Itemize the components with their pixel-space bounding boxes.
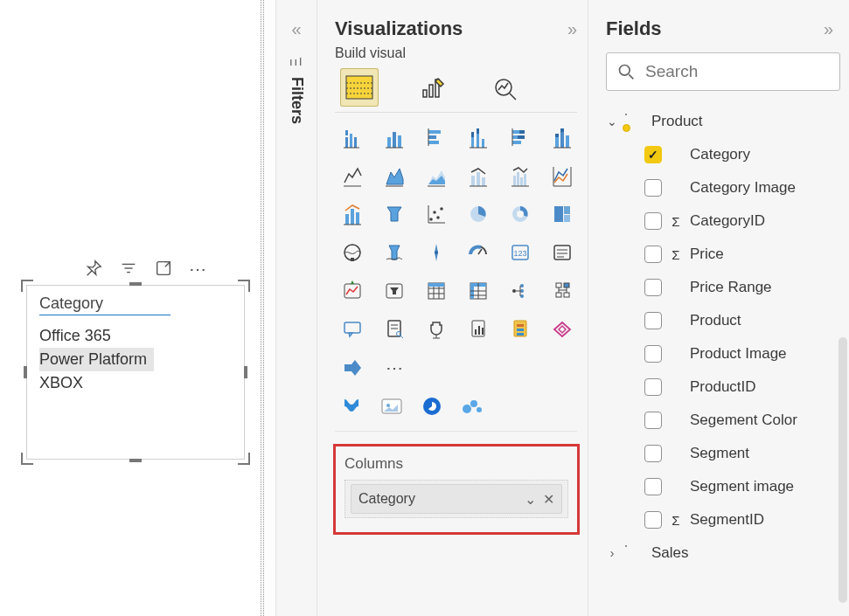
fields-column-row[interactable]: Category Image	[606, 171, 849, 204]
viz-type-icon[interactable]	[377, 160, 412, 191]
viz-type-icon[interactable]	[461, 160, 496, 191]
field-checkbox[interactable]	[644, 412, 662, 429]
focus-mode-icon[interactable]	[154, 259, 173, 281]
field-dropdown-icon[interactable]: ⌄	[525, 491, 536, 508]
pin-icon[interactable]	[84, 259, 103, 281]
custom-visual-1-icon[interactable]	[338, 394, 365, 419]
viz-type-icon[interactable]	[503, 314, 538, 345]
viz-type-icon[interactable]	[419, 121, 454, 153]
field-checkbox[interactable]	[644, 279, 662, 296]
viz-type-icon[interactable]	[377, 198, 412, 230]
viz-more-icon[interactable]: ⋯	[377, 352, 412, 384]
viz-type-icon[interactable]	[461, 275, 496, 307]
tab-build-visual[interactable]	[340, 68, 379, 107]
fields-column-row[interactable]: Product	[606, 304, 849, 337]
caret-icon[interactable]: ›	[606, 546, 618, 560]
fields-column-row[interactable]: ΣSegmentID	[606, 503, 849, 536]
viz-type-icon[interactable]	[377, 237, 412, 268]
fields-column-row[interactable]: Segement Color	[606, 404, 849, 437]
fields-column-row[interactable]: ΣCategoryID	[606, 204, 849, 238]
fields-column-row[interactable]: Product Image	[606, 337, 849, 370]
custom-visual-3-icon[interactable]	[419, 394, 445, 419]
field-checkbox[interactable]	[644, 511, 662, 529]
field-checkbox[interactable]	[644, 246, 662, 263]
field-checkbox[interactable]	[644, 146, 662, 163]
collapse-fields-icon[interactable]: »	[824, 19, 833, 39]
fields-table-row[interactable]: ›Sales	[606, 536, 849, 570]
viz-type-icon[interactable]	[545, 275, 580, 307]
custom-visual-2-icon[interactable]	[379, 394, 405, 419]
viz-type-icon[interactable]	[419, 314, 454, 345]
field-checkbox[interactable]	[644, 179, 662, 197]
viz-type-icon[interactable]	[377, 275, 412, 307]
filter-icon[interactable]	[119, 259, 138, 281]
fields-column-row[interactable]: ΣPrice	[606, 238, 849, 271]
viz-type-icon[interactable]	[335, 237, 370, 268]
viz-type-icon[interactable]	[419, 237, 454, 268]
viz-type-icon[interactable]	[419, 198, 454, 230]
fields-table-row[interactable]: ⌄Product	[606, 105, 849, 138]
expand-filters-icon[interactable]: «	[276, 19, 317, 39]
field-checkbox[interactable]	[644, 212, 662, 230]
svg-rect-35	[518, 135, 525, 139]
fields-column-row[interactable]: Segment image	[606, 470, 849, 503]
viz-type-icon[interactable]	[461, 237, 496, 268]
field-checkbox[interactable]	[644, 345, 662, 363]
collapse-viz-icon[interactable]: »	[567, 19, 577, 39]
slicer-item[interactable]: Office 365	[39, 324, 232, 348]
fields-search-box[interactable]	[606, 52, 840, 91]
viz-type-icon[interactable]	[335, 198, 370, 230]
viz-type-icon[interactable]	[461, 198, 496, 230]
slicer-item[interactable]: Power Platform	[39, 348, 154, 371]
viz-type-icon[interactable]	[419, 160, 454, 191]
viz-type-icon[interactable]	[503, 198, 538, 230]
field-checkbox[interactable]	[644, 378, 662, 396]
columns-field-pill[interactable]: Category ⌄ ✕	[351, 484, 562, 514]
viz-type-icon[interactable]	[335, 160, 370, 191]
viz-type-icon[interactable]	[503, 275, 538, 307]
viz-type-icon[interactable]: 123	[503, 237, 538, 268]
viz-type-icon[interactable]	[503, 160, 538, 191]
svg-text:123: 123	[513, 249, 526, 258]
more-options-icon[interactable]: ⋯	[189, 259, 206, 281]
fields-column-row[interactable]: Category	[606, 138, 849, 171]
tab-format-visual[interactable]	[414, 68, 452, 107]
viz-type-icon[interactable]	[545, 237, 580, 268]
slicer-item[interactable]: XBOX	[39, 371, 232, 395]
caret-icon[interactable]: ⌄	[606, 114, 618, 128]
viz-type-icon[interactable]	[335, 275, 370, 307]
search-input[interactable]	[644, 61, 829, 82]
custom-visual-4-icon[interactable]	[459, 394, 485, 419]
viz-type-icon[interactable]	[419, 275, 454, 307]
viz-tab-strip	[335, 66, 577, 113]
filters-panel-collapsed[interactable]: « ııl Filters	[275, 0, 317, 616]
svg-rect-51	[477, 172, 480, 186]
viz-type-icon[interactable]	[503, 121, 538, 153]
viz-type-icon[interactable]	[545, 160, 580, 191]
viz-type-icon[interactable]	[461, 121, 496, 153]
viz-type-icon[interactable]	[335, 121, 370, 153]
field-checkbox[interactable]	[644, 478, 662, 495]
svg-rect-38	[555, 137, 559, 148]
columns-well[interactable]: Category ⌄ ✕	[344, 480, 568, 518]
viz-type-icon[interactable]	[335, 352, 370, 384]
viz-type-icon[interactable]	[545, 121, 580, 153]
fields-scrollbar[interactable]	[839, 337, 847, 603]
fields-column-row[interactable]: Segment	[606, 437, 849, 470]
viz-type-icon[interactable]	[545, 314, 580, 345]
viz-type-icon[interactable]	[335, 314, 370, 345]
svg-rect-135	[517, 329, 524, 331]
tab-analytics[interactable]	[487, 68, 525, 107]
svg-marker-92	[351, 280, 354, 284]
fields-column-row[interactable]: ProductID	[606, 370, 849, 404]
field-remove-icon[interactable]: ✕	[543, 491, 554, 508]
viz-type-icon[interactable]	[377, 314, 412, 345]
viz-type-icon[interactable]	[545, 198, 580, 230]
field-checkbox[interactable]	[644, 445, 662, 462]
svg-rect-78	[564, 215, 570, 222]
viz-type-icon[interactable]	[461, 314, 496, 345]
slicer-visual[interactable]: Category Office 365Power PlatformXBOX	[26, 285, 245, 460]
field-checkbox[interactable]	[644, 312, 662, 329]
fields-column-row[interactable]: Price Range	[606, 271, 849, 304]
viz-type-icon[interactable]	[377, 121, 412, 153]
